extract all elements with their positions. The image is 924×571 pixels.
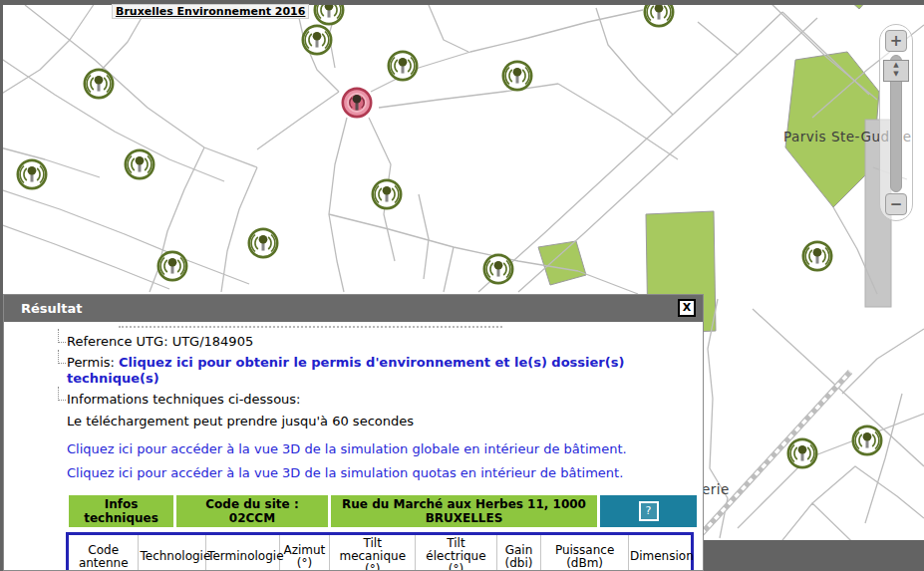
tree-guide: [58, 387, 66, 401]
result-tree: Reference UTG: UTG/184905 Permis: Clique…: [67, 334, 703, 408]
site-header-cell: Infos techniques: [69, 495, 173, 527]
railway-line: [695, 372, 850, 541]
result-panel-body: Reference UTG: UTG/184905 Permis: Clique…: [4, 326, 703, 571]
informations-text: Informations techniques ci-dessous:: [67, 392, 300, 407]
antenna-site-marker[interactable]: [484, 255, 512, 283]
map-zoom-control: + ▲ ▼ −: [879, 24, 913, 221]
antenna-site-marker[interactable]: [373, 180, 401, 208]
tree-guide: [58, 329, 66, 343]
site-header-cell: Rue du Marché aux Herbes 11, 1000 BRUXEL…: [331, 495, 597, 527]
panel-title: Résultat: [21, 301, 82, 316]
zoom-in-button[interactable]: +: [885, 30, 907, 52]
column-header: Azimut (°): [279, 534, 330, 571]
download-note: Le téléchargement peut prendre jusqu'à 6…: [67, 414, 703, 429]
column-header: Tilt électrique (°): [416, 534, 497, 571]
slider-down-arrow-icon: ▼: [884, 70, 908, 79]
result-panel-titlebar: Résultat X: [4, 295, 703, 322]
help-cell: ?: [600, 495, 697, 527]
antenna-site-marker[interactable]: [126, 150, 154, 178]
view-3d-link[interactable]: Cliquez ici pour accéder à la vue 3D de …: [67, 441, 703, 457]
antenna-site-marker[interactable]: [389, 52, 417, 80]
column-header: Dimension: [628, 534, 692, 571]
help-icon[interactable]: ?: [639, 501, 659, 521]
close-icon[interactable]: X: [678, 299, 696, 317]
antenna-site-marker[interactable]: [803, 242, 831, 270]
reference-utg-text: Reference UTG: UTG/184905: [67, 334, 253, 349]
column-header: Gain (dbi): [496, 534, 541, 571]
park-areas: [538, 0, 879, 334]
antenna-table-header-row: Code antenneTechnologieTerminologieAzimu…: [68, 534, 693, 571]
tree-item-reference: Reference UTG: UTG/184905: [67, 334, 703, 350]
permis-document-link[interactable]: Cliquez ici pour obtenir le permis d'env…: [67, 355, 624, 386]
antenna-site-marker[interactable]: [158, 252, 186, 280]
tree-guide: [58, 350, 66, 364]
column-header: Code antenne: [68, 534, 139, 571]
selected-antenna-marker[interactable]: [343, 89, 371, 117]
zoom-out-button[interactable]: −: [885, 193, 907, 215]
links-3d: Cliquez ici pour accéder à la vue 3D de …: [4, 441, 703, 481]
tree-item-permis: Permis: Cliquez ici pour obtenir le perm…: [67, 355, 703, 387]
antenna-site-marker[interactable]: [18, 160, 46, 188]
column-header: Puissance (dBm): [541, 534, 629, 571]
zoom-slider-handle[interactable]: ▲ ▼: [883, 60, 909, 82]
antenna-table: Code antenneTechnologieTerminologieAzimu…: [66, 532, 694, 571]
site-info-header: Infos techniquesCode du site : 02CCMRue …: [69, 495, 697, 527]
permis-label: Permis:: [67, 355, 115, 370]
slider-up-arrow-icon: ▲: [884, 61, 908, 70]
antenna-site-marker[interactable]: [249, 229, 277, 257]
antenna-site-marker[interactable]: [303, 26, 331, 54]
antenna-site-marker[interactable]: [788, 439, 816, 467]
antenna-site-marker[interactable]: [503, 62, 531, 90]
clipped-text-remnant: [119, 326, 502, 328]
result-panel: Résultat X Reference UTG: UTG/184905 Per…: [3, 294, 704, 571]
antenna-site-marker[interactable]: [85, 70, 113, 98]
view-3d-link[interactable]: Cliquez ici pour accéder à la vue 3D de …: [67, 465, 703, 481]
column-header: Tilt mecanique (°): [330, 534, 416, 571]
map-attribution: Bruxelles Environnement 2016: [112, 4, 309, 19]
antenna-site-marker[interactable]: [853, 427, 881, 454]
column-header: Terminologie: [206, 534, 279, 571]
tree-item-informations: Informations techniques ci-dessous:: [67, 392, 703, 408]
column-header: Technologie: [139, 534, 206, 571]
site-header-cell: Code du site : 02CCM: [176, 495, 328, 527]
